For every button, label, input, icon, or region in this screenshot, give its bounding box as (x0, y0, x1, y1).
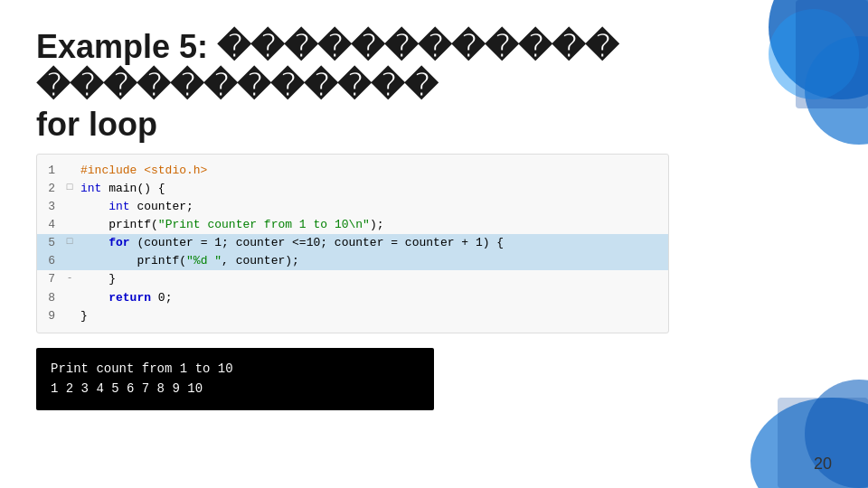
line-number: 7 (37, 270, 62, 288)
page-number: 20 (814, 455, 832, 474)
code-block: 1 #include <stdio.h> 2 □ int main() { 3 … (36, 154, 669, 333)
line-number: 2 (37, 180, 62, 198)
title-line1: Example 5: ������������ ������������ (36, 28, 618, 104)
code-line-1: 1 #include <stdio.h> (37, 162, 668, 180)
output-block: Print count from 1 to 10 1 2 3 4 5 6 7 8… (36, 348, 434, 410)
code-line-3: 3 int counter; (37, 198, 668, 216)
main-content: Example 5: ������������ ������������ for… (0, 0, 868, 488)
code-line-4: 4 printf("Print counter from 1 to 10\n")… (37, 216, 668, 234)
line-number: 5 (37, 234, 62, 252)
line-number: 9 (37, 307, 62, 325)
code-line-5: 5 □ for (counter = 1; counter <=10; coun… (37, 234, 668, 252)
output-line-2: 1 2 3 4 5 6 7 8 9 10 (51, 379, 420, 399)
line-number: 4 (37, 216, 62, 234)
slide-title: Example 5: ������������ ������������ for… (36, 27, 832, 145)
line-number: 1 (37, 162, 62, 180)
code-line-8: 8 return 0; (37, 289, 668, 307)
code-line-9: 9 } (37, 307, 668, 325)
line-number: 6 (37, 252, 62, 270)
line-number: 8 (37, 289, 62, 307)
code-line-2: 2 □ int main() { (37, 180, 668, 198)
title-line2: for loop (36, 106, 157, 143)
line-number: 3 (37, 198, 62, 216)
output-line-1: Print count from 1 to 10 (51, 359, 420, 379)
code-line-7: 7 - } (37, 270, 668, 288)
code-line-6: 6 printf("%d ", counter); (37, 252, 668, 270)
